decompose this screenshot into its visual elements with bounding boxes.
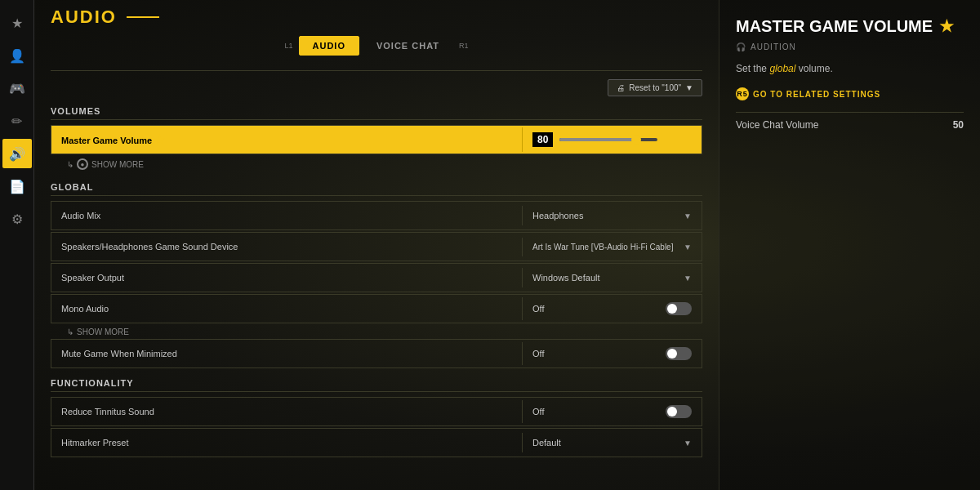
right-panel-title: Master Game Volume ★ bbox=[736, 16, 964, 36]
show-more-indent: ↳ bbox=[67, 160, 74, 169]
master-volume-number: 80 bbox=[532, 132, 553, 147]
hitmarker-value: Default ▼ bbox=[522, 433, 702, 452]
mute-minimized-text: Off bbox=[532, 349, 544, 359]
mono-audio-value: Off bbox=[522, 297, 702, 320]
audio-mix-text: Headphones bbox=[532, 211, 583, 220]
show-more-label: SHOW MORE bbox=[91, 160, 144, 169]
right-panel-subtitle: 🎧 AUDITION bbox=[736, 42, 964, 51]
sidebar-item-gamepad[interactable]: 🎮 bbox=[2, 74, 32, 103]
desc-after: volume. bbox=[795, 63, 832, 74]
tab-audio[interactable]: AUDIO bbox=[299, 36, 359, 56]
desc-highlight: global bbox=[769, 63, 795, 74]
speakers-device-label: Speakers/Headphones Game Sound Device bbox=[51, 235, 522, 258]
audio-mix-label: Audio Mix bbox=[51, 204, 522, 227]
right-panel-star: ★ bbox=[939, 16, 954, 36]
chevron-down-icon: ▼ bbox=[685, 83, 693, 92]
slider-thumb bbox=[631, 135, 641, 145]
master-volume-slider-container[interactable] bbox=[559, 138, 692, 141]
section-volumes-header: VOLUMES bbox=[51, 106, 702, 120]
printer-icon: 🖨 bbox=[617, 83, 625, 92]
right-panel-desc: Set the global volume. bbox=[736, 61, 964, 76]
section-functionality-header: FUNCTIONALITY bbox=[51, 378, 702, 392]
sidebar-item-audio[interactable]: 🔊 bbox=[2, 139, 32, 168]
hitmarker-text: Default bbox=[532, 438, 561, 448]
sidebar-item-folder[interactable]: 📄 bbox=[2, 172, 32, 201]
dropdown-icon: ▼ bbox=[684, 212, 692, 220]
hitmarker-row[interactable]: Hitmarker Preset Default ▼ bbox=[51, 428, 702, 457]
mono-audio-toggle[interactable] bbox=[666, 302, 692, 315]
tab-left-icon: L1 bbox=[284, 42, 292, 50]
reset-label: Reset to "100" bbox=[629, 83, 681, 92]
reduce-tinnitus-label: Reduce Tinnitus Sound bbox=[51, 400, 522, 423]
right-panel: Master Game Volume ★ 🎧 AUDITION Set the … bbox=[719, 0, 980, 490]
speaker-output-value: Windows Default ▼ bbox=[522, 268, 702, 287]
tab-voice-chat[interactable]: VOICE CHAT bbox=[363, 36, 453, 56]
tabs-container: L1 AUDIO VOICE CHAT R1 bbox=[51, 36, 702, 56]
mute-minimized-value: Off bbox=[522, 342, 702, 365]
slider-fill bbox=[559, 138, 636, 141]
slider-track bbox=[559, 138, 657, 141]
speaker-output-row[interactable]: Speaker Output Windows Default ▼ bbox=[51, 263, 702, 292]
reduce-tinnitus-text: Off bbox=[532, 407, 544, 416]
reduce-tinnitus-value: Off bbox=[522, 400, 702, 423]
sidebar: ★ 👤 🎮 ✏ 🔊 📄 ⚙ bbox=[0, 0, 34, 490]
volumes-show-more[interactable]: ↳ ● SHOW MORE bbox=[51, 156, 702, 172]
page-header: AUDIO L1 AUDIO VOICE CHAT R1 bbox=[51, 0, 702, 71]
mute-minimized-toggle[interactable] bbox=[666, 347, 692, 360]
speaker-output-label: Speaker Output bbox=[51, 266, 522, 289]
reduce-tinnitus-row[interactable]: Reduce Tinnitus Sound Off bbox=[51, 397, 702, 426]
desc-before: Set the bbox=[736, 63, 769, 74]
master-volume-value: 80 bbox=[522, 127, 702, 152]
audio-mix-value: Headphones ▼ bbox=[522, 206, 702, 225]
show-more-indent-2: ↳ bbox=[67, 327, 74, 336]
reset-button[interactable]: 🖨 Reset to "100" ▼ bbox=[608, 79, 702, 96]
show-more-icon: ● bbox=[77, 158, 88, 170]
speakers-device-value: Art Is War Tune [VB-Audio Hi-Fi Cable] ▼ bbox=[522, 238, 702, 256]
mute-minimized-label: Mute Game When Minimized bbox=[51, 342, 522, 365]
related-row-value: 50 bbox=[953, 119, 964, 131]
tab-right-icon: R1 bbox=[459, 42, 469, 50]
hitmarker-dropdown-icon: ▼ bbox=[684, 439, 692, 448]
global-show-more-label: SHOW MORE bbox=[77, 327, 129, 336]
reduce-tinnitus-toggle[interactable] bbox=[666, 405, 692, 418]
related-row-voice-chat: Voice Chat Volume 50 bbox=[736, 112, 964, 137]
speakers-device-row[interactable]: Speakers/Headphones Game Sound Device Ar… bbox=[51, 232, 702, 261]
speaker-output-text: Windows Default bbox=[532, 273, 600, 283]
audio-mix-row[interactable]: Audio Mix Headphones ▼ bbox=[51, 201, 702, 230]
audition-icon: 🎧 bbox=[736, 42, 746, 51]
title-text: AUDIO bbox=[51, 7, 117, 28]
mute-minimized-row[interactable]: Mute Game When Minimized Off bbox=[51, 339, 702, 368]
related-row-label: Voice Chat Volume bbox=[736, 119, 818, 131]
sidebar-item-misc[interactable]: ⚙ bbox=[2, 204, 32, 234]
page-title: AUDIO bbox=[51, 7, 702, 28]
master-volume-row[interactable]: Master Game Volume ★ 80 bbox=[51, 125, 702, 154]
section-global-header: GLOBAL bbox=[51, 182, 702, 196]
sidebar-item-star[interactable]: ★ bbox=[2, 8, 32, 38]
go-to-settings[interactable]: R5 GO TO RELATED SETTINGS bbox=[736, 87, 964, 100]
sidebar-item-user[interactable]: 👤 bbox=[2, 41, 32, 70]
sidebar-item-edit[interactable]: ✏ bbox=[2, 106, 32, 136]
mono-audio-row[interactable]: Mono Audio Off bbox=[51, 294, 702, 323]
go-to-label: GO TO RELATED SETTINGS bbox=[753, 90, 880, 99]
speakers-device-text: Art Is War Tune [VB-Audio Hi-Fi Cable] bbox=[532, 243, 673, 252]
hitmarker-label: Hitmarker Preset bbox=[51, 431, 522, 454]
main-content: AUDIO L1 AUDIO VOICE CHAT R1 🖨 Reset to … bbox=[34, 0, 719, 490]
global-show-more[interactable]: ↳ SHOW MORE bbox=[51, 325, 702, 339]
star-icon: ★ bbox=[154, 133, 165, 146]
dropdown-icon-2: ▼ bbox=[684, 243, 692, 252]
go-to-icon: R5 bbox=[736, 87, 749, 100]
reset-bar: 🖨 Reset to "100" ▼ bbox=[51, 79, 702, 96]
right-panel-title-text: Master Game Volume bbox=[736, 17, 933, 36]
subtitle-text: AUDITION bbox=[751, 42, 796, 51]
dropdown-icon-3: ▼ bbox=[684, 274, 692, 283]
mono-audio-label: Mono Audio bbox=[51, 297, 522, 320]
master-volume-label: Master Game Volume ★ bbox=[51, 127, 522, 153]
mono-audio-text: Off bbox=[532, 304, 544, 314]
